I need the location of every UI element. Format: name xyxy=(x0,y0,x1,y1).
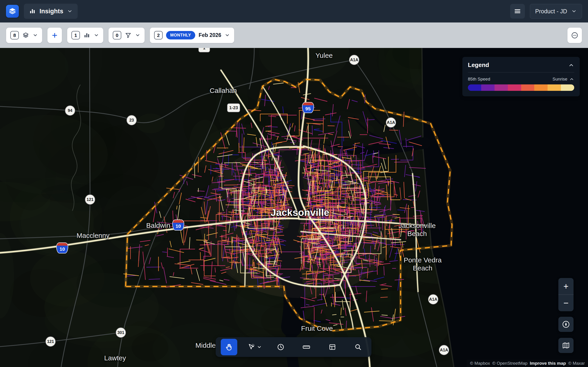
layers-count-badge: 8 xyxy=(10,31,19,40)
product-label: Product - JD xyxy=(535,8,567,15)
zoom-in-button[interactable]: + xyxy=(558,278,573,294)
cursor-select-icon xyxy=(248,343,255,351)
attribution-text: © Mapbox xyxy=(470,361,490,366)
ellipsis-circle-icon xyxy=(571,32,578,39)
insights-dropdown[interactable]: Insights xyxy=(24,4,78,19)
app-root: Insights Product - JD 8 xyxy=(0,0,588,367)
legend-swatch xyxy=(468,84,481,91)
legend-palette-name: Sunrise xyxy=(553,77,567,82)
plus-icon xyxy=(51,32,58,39)
chevron-down-icon xyxy=(135,33,140,38)
chevron-down-icon xyxy=(257,344,262,350)
app-logo[interactable] xyxy=(6,5,19,18)
zoom-out-button[interactable]: − xyxy=(558,295,573,311)
compass-button[interactable] xyxy=(558,317,573,332)
select-tool-button[interactable] xyxy=(246,339,263,355)
map-canvas[interactable]: YuleeCallahanMacclennyBaldwinJacksonvill… xyxy=(0,48,588,367)
clock-icon xyxy=(277,343,285,351)
legend-palette-toggle[interactable]: Sunrise xyxy=(553,77,574,82)
legend-swatch xyxy=(561,84,574,91)
measure-tool-button[interactable] xyxy=(298,339,315,355)
more-options-button[interactable] xyxy=(567,27,582,43)
filters-count-badge: 0 xyxy=(113,31,121,40)
bar-chart-icon xyxy=(83,32,90,39)
attribution-text: © OpenStreetMap xyxy=(492,361,527,366)
legend-header: Legend xyxy=(468,61,574,73)
improve-map-link[interactable]: Improve this map xyxy=(530,361,566,366)
chevron-down-icon xyxy=(94,33,99,38)
legend-swatch xyxy=(534,84,548,91)
chevron-down-icon xyxy=(225,33,230,38)
layers-logo-icon xyxy=(8,7,17,15)
zoom-controls: + − xyxy=(558,278,573,311)
map-attribution[interactable]: © Mapbox© OpenStreetMapImprove this map©… xyxy=(467,360,588,367)
filters-menu-button[interactable]: 0 xyxy=(108,27,145,43)
charts-menu-button[interactable]: 1 xyxy=(67,27,103,43)
legend-metric-row: 85th Speed Sunrise xyxy=(468,77,574,82)
table-icon xyxy=(329,343,336,351)
menu-button[interactable] xyxy=(510,4,525,19)
top-bar: Insights Product - JD xyxy=(0,0,588,23)
chevron-down-icon xyxy=(571,8,577,14)
legend-panel: Legend 85th Speed Sunrise xyxy=(462,57,580,96)
layers-menu-button[interactable]: 8 xyxy=(6,27,42,43)
collapse-legend-button[interactable] xyxy=(568,62,574,68)
legend-swatch xyxy=(481,84,494,91)
filter-icon xyxy=(125,32,132,39)
compass-icon xyxy=(562,320,570,328)
pan-tool-button[interactable] xyxy=(221,339,237,355)
map-tools-bar xyxy=(216,337,372,357)
time-tool-button[interactable] xyxy=(272,339,289,355)
legend-swatch xyxy=(494,84,508,91)
chevron-down-icon xyxy=(33,33,38,38)
map-icon xyxy=(562,342,570,349)
top-right-group: Product - JD xyxy=(510,4,582,19)
legend-swatch xyxy=(521,84,535,91)
search-icon xyxy=(354,343,362,351)
legend-metric-label: 85th Speed xyxy=(468,77,490,82)
table-tool-button[interactable] xyxy=(324,339,341,355)
add-layer-button[interactable] xyxy=(47,27,62,43)
product-dropdown[interactable]: Product - JD xyxy=(530,4,582,19)
bar-chart-icon xyxy=(29,8,36,15)
period-menu-button[interactable]: 2 MONTHLY Feb 2026 xyxy=(150,27,234,43)
chevron-down-icon xyxy=(67,8,73,14)
insights-label: Insights xyxy=(40,8,63,15)
map-toolbar: 8 1 0 xyxy=(0,23,588,48)
basemap-style-button[interactable] xyxy=(558,338,573,353)
legend-swatch xyxy=(508,84,521,91)
charts-count-badge: 1 xyxy=(71,31,80,40)
hamburger-icon xyxy=(514,8,521,15)
period-mode-pill: MONTHLY xyxy=(166,31,195,40)
layers-icon xyxy=(22,32,29,39)
period-value: Feb 2026 xyxy=(199,32,221,38)
attribution-text: © Maxar xyxy=(568,361,585,366)
search-tool-button[interactable] xyxy=(350,339,366,355)
legend-title: Legend xyxy=(468,61,489,69)
legend-swatch xyxy=(548,84,561,91)
ruler-icon xyxy=(302,343,311,351)
legend-gradient-bar xyxy=(468,84,574,91)
period-count-badge: 2 xyxy=(154,31,163,40)
chevron-up-icon xyxy=(569,77,574,82)
hand-icon xyxy=(225,343,233,351)
